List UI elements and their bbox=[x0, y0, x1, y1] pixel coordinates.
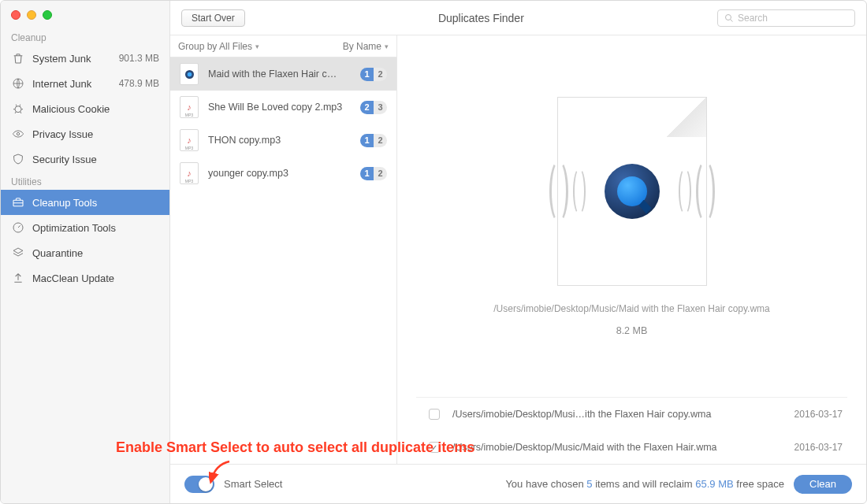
sidebar-item-label: Security Issue bbox=[32, 154, 97, 165]
sidebar-item-label: Malicious Cookie bbox=[32, 103, 110, 115]
file-path: /Users/imobie/Desktop/Music/Maid with th… bbox=[493, 303, 770, 314]
sidebar-item-privacy-issue[interactable]: Privacy Issue bbox=[1, 121, 169, 146]
globe-icon bbox=[11, 77, 24, 91]
zoom-window-button[interactable] bbox=[43, 10, 52, 20]
mp3-file-icon: ♪ bbox=[180, 129, 199, 151]
sidebar: CleanupSystem Junk901.3 MBInternet Junk4… bbox=[1, 1, 170, 503]
toolbar: Start Over Duplicates Finder Search bbox=[170, 1, 866, 35]
sidebar-item-system-junk[interactable]: System Junk901.3 MB bbox=[1, 46, 169, 71]
clean-button[interactable]: Clean bbox=[794, 475, 852, 494]
sidebar-item-security-issue[interactable]: Security Issue bbox=[1, 146, 169, 172]
start-over-button[interactable]: Start Over bbox=[181, 9, 245, 27]
mp3-file-icon: ♪ bbox=[180, 96, 199, 118]
sidebar-item-size: 901.3 MB bbox=[119, 53, 159, 64]
list-item-name: younger copy.mp3 bbox=[208, 168, 355, 179]
duplicate-file-list: /Users/imobie/Desktop/Musi…ith the Flaxe… bbox=[416, 397, 847, 464]
sort-by-dropdown[interactable]: By Name▾ bbox=[343, 41, 389, 52]
annotation-callout: Enable Smart Select to auto select all d… bbox=[116, 439, 474, 456]
sidebar-item-internet-junk[interactable]: Internet Junk478.9 MB bbox=[1, 71, 169, 96]
sidebar-section-header: Cleanup bbox=[1, 28, 169, 46]
app-window: CleanupSystem Junk901.3 MBInternet Junk4… bbox=[0, 0, 867, 504]
svg-point-2 bbox=[17, 132, 19, 135]
svg-point-1 bbox=[15, 106, 21, 113]
upload-icon bbox=[11, 272, 24, 285]
sidebar-item-malicious-cookie[interactable]: Malicious Cookie bbox=[1, 96, 169, 121]
svg-point-5 bbox=[726, 14, 731, 20]
detail-pane: /Users/imobie/Desktop/Music/Maid with th… bbox=[397, 35, 866, 464]
list-item[interactable]: ♪THON copy.mp312 bbox=[170, 124, 396, 157]
sidebar-item-macclean-update[interactable]: MacClean Update bbox=[1, 265, 169, 291]
sidebar-item-label: System Junk bbox=[32, 53, 91, 65]
group-by-dropdown[interactable]: Group by All Files▾ bbox=[178, 41, 259, 52]
sidebar-item-quarantine[interactable]: Quarantine bbox=[1, 240, 169, 265]
sidebar-item-label: Quarantine bbox=[32, 247, 83, 259]
sidebar-section-header: Utilities bbox=[1, 172, 169, 190]
toolbox-icon bbox=[11, 196, 24, 209]
list-item[interactable]: ♪younger copy.mp312 bbox=[170, 157, 396, 190]
bug-icon bbox=[11, 102, 24, 116]
file-preview: /Users/imobie/Desktop/Music/Maid with th… bbox=[416, 51, 847, 381]
duplicate-date: 2016-03-17 bbox=[794, 442, 847, 453]
window-title: Duplicates Finder bbox=[256, 12, 706, 24]
list-item[interactable]: Maid with the Flaxen Hair c…12 bbox=[170, 57, 396, 91]
footer-bar: Smart Select You have chosen 5 items and… bbox=[170, 464, 866, 503]
duplicate-date: 2016-03-17 bbox=[794, 409, 847, 420]
list-item-name: Maid with the Flaxen Hair c… bbox=[208, 69, 355, 80]
sidebar-item-size: 478.9 MB bbox=[119, 78, 159, 89]
selection-summary: You have chosen 5 items and will reclaim… bbox=[292, 478, 784, 490]
quicktime-file-icon bbox=[557, 97, 707, 286]
window-controls bbox=[1, 1, 169, 28]
search-input[interactable]: Search bbox=[717, 9, 855, 27]
sidebar-item-label: Optimization Tools bbox=[32, 222, 116, 234]
duplicate-count-badge: 12 bbox=[360, 167, 387, 180]
annotation-arrow-icon bbox=[209, 460, 233, 485]
duplicate-count-badge: 23 bbox=[360, 101, 387, 114]
list-item-name: THON copy.mp3 bbox=[208, 135, 355, 146]
list-header: Group by All Files▾ By Name▾ bbox=[170, 35, 396, 57]
sidebar-item-cleanup-tools[interactable]: Cleanup Tools bbox=[1, 190, 169, 215]
list-item-name: She Will Be Loved copy 2.mp3 bbox=[208, 102, 355, 113]
svg-line-6 bbox=[731, 19, 733, 21]
duplicate-row: /Users/imobie/Desktop/Musi…ith the Flaxe… bbox=[416, 398, 847, 431]
smart-select-label: Smart Select bbox=[224, 478, 282, 490]
duplicate-count-badge: 12 bbox=[360, 68, 387, 81]
file-size: 8.2 MB bbox=[616, 325, 648, 336]
shield-icon bbox=[11, 153, 24, 166]
gauge-icon bbox=[11, 221, 24, 235]
sidebar-item-label: Cleanup Tools bbox=[32, 197, 97, 209]
duplicate-row: ✓/Users/imobie/Desktop/Music/Maid with t… bbox=[416, 431, 847, 464]
duplicate-group-list: Group by All Files▾ By Name▾ Maid with t… bbox=[170, 35, 397, 464]
trash-icon bbox=[11, 52, 24, 65]
content: Group by All Files▾ By Name▾ Maid with t… bbox=[170, 35, 866, 464]
minimize-window-button[interactable] bbox=[27, 10, 36, 20]
duplicate-path: /Users/imobie/Desktop/Musi…ith the Flaxe… bbox=[452, 409, 794, 420]
sidebar-item-optimization-tools[interactable]: Optimization Tools bbox=[1, 215, 169, 240]
eye-icon bbox=[11, 128, 24, 141]
sidebar-item-label: Internet Junk bbox=[32, 78, 91, 90]
sidebar-item-label: Privacy Issue bbox=[32, 128, 93, 140]
duplicate-checkbox[interactable] bbox=[429, 409, 440, 420]
layers-icon bbox=[11, 246, 24, 260]
search-icon bbox=[724, 13, 734, 23]
sidebar-item-label: MacClean Update bbox=[32, 272, 114, 284]
close-window-button[interactable] bbox=[11, 10, 20, 20]
svg-point-7 bbox=[187, 72, 192, 76]
mp3-file-icon: ♪ bbox=[180, 162, 199, 184]
wma-file-icon bbox=[180, 63, 199, 85]
main-pane: Start Over Duplicates Finder Search Grou… bbox=[170, 1, 866, 503]
duplicate-path: /Users/imobie/Desktop/Music/Maid with th… bbox=[452, 442, 794, 453]
list-item[interactable]: ♪She Will Be Loved copy 2.mp323 bbox=[170, 91, 396, 124]
duplicate-count-badge: 12 bbox=[360, 134, 387, 147]
